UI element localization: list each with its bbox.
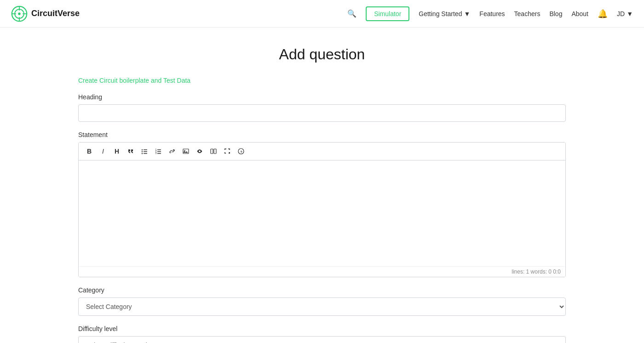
search-icon[interactable]: 🔍 [347,9,356,18]
svg-point-20 [184,150,185,151]
svg-rect-12 [144,153,147,154]
simulator-button[interactable]: Simulator [366,6,409,21]
editor-stats: lines: 1 words: 0 0:0 [512,269,561,275]
toolbar-link-button[interactable] [166,145,178,157]
heading-input[interactable] [78,104,566,122]
svg-point-11 [142,153,143,154]
toolbar-image-button[interactable] [180,145,192,157]
toolbar-heading-button[interactable]: H [111,145,123,157]
svg-rect-19 [183,149,189,154]
category-group: Category Select Category Category 1 Cate… [78,286,566,316]
blog-nav-item[interactable]: Blog [549,10,562,17]
svg-point-7 [142,149,143,150]
statement-group: Statement B I H [78,131,566,277]
circuitverse-logo [11,6,28,22]
preview-icon [196,148,203,154]
svg-rect-14 [157,149,161,150]
fullscreen-icon [224,148,230,154]
toolbar-side-by-side-button[interactable] [207,145,219,157]
user-initials: JD [617,10,625,17]
heading-group: Heading [78,93,566,122]
toolbar-bold-button[interactable]: B [83,145,95,157]
svg-text:3.: 3. [155,152,157,154]
difficulty-select[interactable]: Select Difficulty Level Easy Medium Hard [78,336,566,343]
toolbar-blockquote-button[interactable] [125,145,137,157]
editor-footer: lines: 1 words: 0 0:0 [79,266,565,277]
navbar: CircuitVerse 🔍 Simulator Getting Started… [0,0,644,28]
statement-editor: B I H [78,142,566,277]
toolbar-fullscreen-button[interactable] [221,145,233,157]
svg-rect-21 [211,149,213,154]
toolbar-preview-button[interactable] [194,145,206,157]
statement-label: Statement [78,131,566,138]
brand-name: CircuitVerse [31,9,80,18]
category-label: Category [78,286,566,294]
toolbar-italic-button[interactable]: I [97,145,109,157]
svg-rect-10 [144,151,147,152]
toolbar-guide-button[interactable]: ? [235,145,247,157]
chevron-down-icon: ▼ [464,10,470,17]
unordered-list-icon [141,148,148,154]
notification-bell-icon[interactable]: 🔔 [598,9,608,19]
editor-toolbar: B I H [79,143,565,160]
side-by-side-icon [210,148,217,154]
statement-editor-body[interactable] [79,160,565,266]
difficulty-group: Difficulty level Select Difficulty Level… [78,325,566,343]
ordered-list-icon: 1. 2. 3. [155,148,161,154]
image-icon [183,148,189,154]
blockquote-icon [127,148,134,154]
teachers-nav-item[interactable]: Teachers [514,10,540,17]
toolbar-unordered-list-button[interactable] [138,145,150,157]
heading-label: Heading [78,93,566,101]
user-menu[interactable]: JD ▼ [617,10,633,17]
toolbar-ordered-list-button[interactable]: 1. 2. 3. [152,145,164,157]
guide-icon: ? [238,148,244,154]
brand-logo-link[interactable]: CircuitVerse [11,6,80,22]
getting-started-nav-item[interactable]: Getting Started ▼ [419,10,470,17]
main-content: Add question Create Circuit boilerplate … [69,28,575,343]
svg-rect-18 [157,153,161,154]
svg-rect-8 [144,149,147,150]
user-chevron-icon: ▼ [627,10,633,17]
category-select[interactable]: Select Category Category 1 Category 2 Ca… [78,297,566,316]
svg-rect-22 [214,149,216,154]
svg-text:?: ? [240,150,242,154]
svg-rect-16 [157,151,161,152]
difficulty-label: Difficulty level [78,325,566,332]
page-title: Add question [78,46,566,63]
link-icon [169,148,175,154]
svg-point-9 [142,151,143,152]
svg-point-6 [18,12,20,15]
about-nav-item[interactable]: About [571,10,588,17]
navbar-right: 🔍 Simulator Getting Started ▼ Features T… [347,6,633,21]
features-nav-item[interactable]: Features [479,10,505,17]
boilerplate-link[interactable]: Create Circuit boilerplate and Test Data [78,77,190,84]
